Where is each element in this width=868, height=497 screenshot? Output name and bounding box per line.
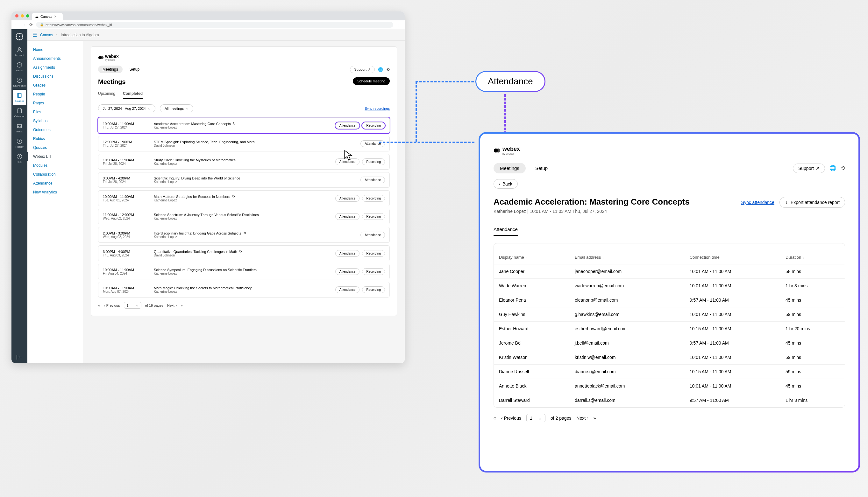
course-nav-quizzes[interactable]: Quizzes: [27, 143, 83, 152]
attendance-tab[interactable]: Attendance: [494, 223, 518, 236]
prev-page-button[interactable]: ‹ Previous: [104, 303, 120, 307]
course-nav-pages[interactable]: Pages: [27, 99, 83, 108]
schedule-meeting-button[interactable]: Schedule meeting: [353, 77, 390, 85]
support-button[interactable]: Support↗: [793, 164, 825, 173]
attendee-connection: 10:01 AM - 11:00 AM: [685, 307, 781, 322]
page-input[interactable]: 1⌄: [124, 302, 141, 309]
global-nav-admin[interactable]: Admin: [13, 59, 26, 74]
meeting-host: Katherine Lopez: [154, 180, 360, 184]
tab-setup[interactable]: Setup: [125, 66, 144, 73]
gnav-label: Help: [17, 161, 22, 164]
global-nav-courses[interactable]: Courses: [13, 90, 26, 105]
first-page-button[interactable]: «: [494, 415, 496, 421]
attendance-button[interactable]: Attendance: [335, 122, 360, 129]
course-nav-announcements[interactable]: Announcements: [27, 54, 83, 63]
attendee-name: Kristin Watson: [494, 350, 570, 365]
meeting-type-filter[interactable]: All meetings⌄: [160, 104, 193, 112]
column-display-name[interactable]: Display name↕: [494, 251, 570, 265]
first-page-button[interactable]: «: [98, 303, 100, 307]
column-connection-time[interactable]: Connection time: [685, 251, 781, 265]
logout-icon[interactable]: ⟲: [386, 67, 390, 72]
browser-menu-icon[interactable]: ⋮: [397, 22, 401, 28]
global-nav-inbox[interactable]: Inbox: [13, 120, 26, 136]
course-nav-modules[interactable]: Modules: [27, 161, 83, 170]
course-nav-grades[interactable]: Grades: [27, 81, 83, 90]
subtab-completed[interactable]: Completed: [123, 89, 143, 99]
globe-icon[interactable]: 🌐: [378, 67, 383, 72]
recording-button[interactable]: Recording: [362, 195, 385, 202]
course-nav-webex-lti[interactable]: Webex LTI: [27, 152, 83, 161]
course-nav-collaboration[interactable]: Collaboration: [27, 170, 83, 179]
close-window-icon[interactable]: [15, 14, 18, 17]
attendance-button[interactable]: Attendance: [335, 268, 360, 275]
sync-attendance-link[interactable]: Sync attendance: [741, 200, 774, 205]
attendance-button[interactable]: Attendance: [360, 232, 385, 238]
recording-button[interactable]: Recording: [362, 250, 385, 257]
course-nav-people[interactable]: People: [27, 90, 83, 99]
attendance-button[interactable]: Attendance: [335, 213, 360, 220]
logout-icon[interactable]: ⟲: [841, 165, 845, 171]
course-nav-files[interactable]: Files: [27, 108, 83, 116]
recording-button[interactable]: Recording: [362, 158, 385, 165]
course-nav-discussions[interactable]: Discussions: [27, 72, 83, 81]
next-page-button[interactable]: Next ›: [167, 303, 177, 307]
subtab-upcoming[interactable]: Upcoming: [98, 89, 115, 99]
recording-button[interactable]: Recording: [362, 286, 385, 293]
back-label: Back: [502, 181, 512, 186]
meeting-time: 10:00AM - 11:00AM: [103, 195, 154, 199]
tab-close-icon[interactable]: ×: [54, 14, 56, 19]
maximize-window-icon[interactable]: [26, 14, 29, 17]
reload-icon[interactable]: ⟳: [29, 22, 33, 27]
course-nav-syllabus[interactable]: Syllabus: [27, 116, 83, 125]
support-button[interactable]: Support↗: [350, 66, 375, 73]
page-input[interactable]: 1⌄: [526, 414, 546, 422]
date-range-filter[interactable]: Jul 27, 2024 - Aug 27, 2024⌄: [98, 104, 155, 112]
course-nav-home[interactable]: Home: [27, 45, 83, 54]
back-button[interactable]: ‹Back: [494, 179, 518, 189]
attendance-button[interactable]: Attendance: [360, 176, 385, 183]
last-page-button[interactable]: »: [593, 415, 596, 421]
sync-recordings-link[interactable]: Sync recordings: [364, 106, 390, 110]
export-attendance-button[interactable]: ⤓Export attendance report: [780, 197, 845, 208]
forward-icon[interactable]: →: [22, 22, 26, 27]
tab-setup[interactable]: Setup: [529, 163, 554, 173]
browser-tab[interactable]: ☁ Canvas ×: [32, 13, 63, 20]
last-page-button[interactable]: »: [181, 303, 182, 307]
attendance-button[interactable]: Attendance: [335, 286, 360, 293]
breadcrumb-root[interactable]: Canvas: [40, 33, 53, 37]
clock-icon: [16, 138, 23, 144]
global-nav-help[interactable]: Help: [13, 151, 26, 166]
minimize-window-icon[interactable]: [21, 14, 24, 17]
course-nav-outcomes[interactable]: Outcomes: [27, 125, 83, 134]
global-nav-dashboard[interactable]: Dashboard: [13, 74, 26, 90]
tab-meetings[interactable]: Meetings: [98, 66, 123, 73]
course-nav-rubics[interactable]: Rubics: [27, 134, 83, 143]
attendee-email: wadewarren@email.com: [570, 279, 685, 293]
meeting-time: 3:00PM - 4:00PM: [103, 250, 154, 254]
meeting-row: 12:00PM - 1:00PMThu, Jul 27, 2024STEM Sp…: [98, 136, 390, 152]
attendance-button[interactable]: Attendance: [335, 250, 360, 257]
column-email[interactable]: Email address↕: [570, 251, 685, 265]
globe-icon[interactable]: 🌐: [829, 165, 836, 171]
url-input[interactable]: 🔒 https://www.canvas.com/courses/webex_l…: [36, 22, 393, 28]
dash-icon: [16, 77, 23, 83]
global-nav-account[interactable]: Account: [13, 44, 26, 59]
global-nav-history[interactable]: History: [13, 136, 26, 151]
column-duration[interactable]: Duration↕: [781, 251, 845, 265]
tab-meetings[interactable]: Meetings: [494, 163, 526, 173]
global-nav-calendar[interactable]: Calendar: [13, 105, 26, 120]
course-nav-new-analytics[interactable]: New Analytics: [27, 188, 83, 197]
course-nav-attendance[interactable]: Attendance: [27, 179, 83, 188]
prev-page-button[interactable]: ‹ Previous: [501, 415, 521, 421]
recording-button[interactable]: Recording: [362, 122, 385, 129]
back-icon[interactable]: ←: [15, 22, 19, 27]
hamburger-icon[interactable]: ☰: [32, 32, 37, 38]
next-page-button[interactable]: Next ›: [576, 415, 588, 421]
attendee-email: j.bell@email.com: [570, 336, 685, 350]
recording-button[interactable]: Recording: [362, 268, 385, 275]
attendance-button[interactable]: Attendance: [335, 195, 360, 202]
course-nav-assignments[interactable]: Assignments: [27, 63, 83, 72]
recording-button[interactable]: Recording: [362, 213, 385, 220]
meeting-row: 11:00AM - 12:00PMWed, Aug 02, 2024Scienc…: [98, 209, 390, 224]
collapse-nav-icon[interactable]: |←: [12, 351, 27, 363]
